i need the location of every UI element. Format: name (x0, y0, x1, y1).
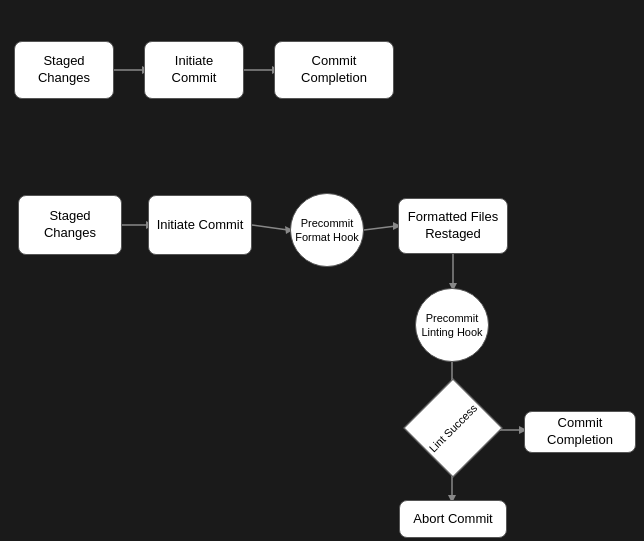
node-label: Staged Changes (25, 208, 115, 242)
node-b-completion: Commit Completion (524, 411, 636, 453)
node-label: Precommit Format Hook (295, 216, 359, 245)
svg-line-8 (364, 226, 396, 230)
node-b-prelint: Precommit Linting Hook (415, 288, 489, 362)
node-b-formatted: Formatted Files Restaged (398, 198, 508, 254)
node-label: Precommit Linting Hook (420, 311, 484, 340)
node-b-lint: Lint Success (416, 393, 490, 463)
node-top-initiate: Initiate Commit (144, 41, 244, 99)
diagram-area: Staged Changes Initiate Commit Commit Co… (0, 0, 644, 541)
node-label: Initiate Commit (157, 217, 244, 234)
node-label: Staged Changes (21, 53, 107, 87)
node-top-staged: Staged Changes (14, 41, 114, 99)
node-b-preformat: Precommit Format Hook (290, 193, 364, 267)
node-b-initiate: Initiate Commit (148, 195, 252, 255)
node-b-abort: Abort Commit (399, 500, 507, 538)
node-b-staged: Staged Changes (18, 195, 122, 255)
node-top-completion: Commit Completion (274, 41, 394, 99)
node-label: Abort Commit (413, 511, 492, 528)
node-label: Initiate Commit (151, 53, 237, 87)
node-label: Commit Completion (531, 415, 629, 449)
node-label: Commit Completion (281, 53, 387, 87)
node-label: Formatted Files Restaged (405, 209, 501, 243)
svg-line-6 (252, 225, 288, 230)
